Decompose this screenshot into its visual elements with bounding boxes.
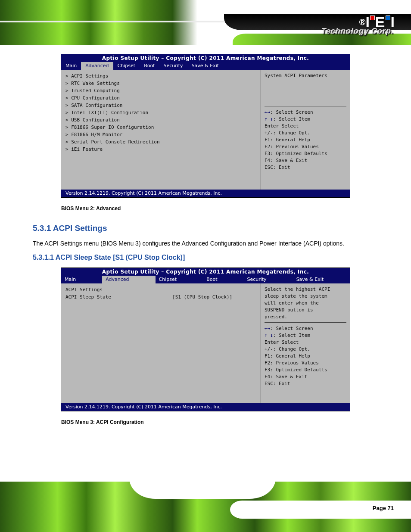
key-hint: : Select Screen bbox=[270, 109, 313, 115]
bios-menu-3: Aptio Setup Utility – Copyright (C) 2011… bbox=[61, 268, 350, 411]
key-hint: : Select Screen bbox=[270, 326, 313, 331]
key-hint: F3: Optimized Defaults bbox=[265, 150, 346, 157]
bios-status-bar: Version 2.14.1219. Copyright (C) 2011 Am… bbox=[61, 403, 350, 411]
subsection-heading: 5.3.1.1 ACPI Sleep State [S1 (CPU Stop C… bbox=[33, 254, 381, 261]
list-item[interactable]: > CPU Configuration bbox=[65, 94, 256, 102]
item-label: > SATA Configuration bbox=[65, 102, 172, 109]
tab-boot[interactable]: Boot bbox=[140, 62, 159, 70]
divider bbox=[265, 322, 346, 323]
key-hint: F4: Save & Exit bbox=[265, 373, 346, 380]
bios-left-panel: ACPI Settings ACPI Sleep State [S1 (CPU … bbox=[61, 283, 261, 403]
tab-security[interactable]: Security bbox=[243, 276, 293, 283]
list-item[interactable]: > RTC Wake Settings bbox=[65, 80, 256, 87]
key-hint: +/-: Change Opt. bbox=[265, 130, 346, 137]
divider bbox=[265, 106, 346, 106]
key-hint: F4: Save & Exit bbox=[265, 157, 346, 164]
registered-mark: ® bbox=[359, 17, 366, 27]
tab-security[interactable]: Security bbox=[159, 62, 187, 70]
bios-right-panel: System ACPI Parameters ←→: Select Screen… bbox=[261, 70, 350, 190]
key-hint: : Select Item bbox=[273, 333, 310, 338]
list-item[interactable]: > Serial Port Console Redirection bbox=[65, 138, 256, 146]
tab-save[interactable]: Save & Exit bbox=[187, 62, 223, 70]
key-hint: Enter Select bbox=[265, 339, 346, 346]
item-label: > RTC Wake Settings bbox=[65, 80, 172, 87]
figure-caption: BIOS Menu 2: Advanced bbox=[61, 205, 381, 212]
bios-tab-row: Main Advanced Chipset Boot Security Save… bbox=[61, 62, 350, 70]
item-label: > ACPI Settings bbox=[65, 72, 172, 80]
key-hint: ESC: Exit bbox=[265, 380, 346, 387]
setting-label: ACPI Sleep State bbox=[65, 293, 172, 301]
bios-body: > ACPI Settings > RTC Wake Settings > Tr… bbox=[61, 70, 350, 190]
page-header: ® I E I Technology Corp. bbox=[0, 0, 411, 45]
section-heading: 5.3.1 ACPI Settings bbox=[33, 224, 381, 233]
bios-status-bar: Version 2.14.1219. Copyright (C) 2011 Am… bbox=[61, 190, 350, 197]
tab-boot[interactable]: Boot bbox=[203, 276, 243, 283]
item-label: > F81866 Super IO Configuration bbox=[65, 124, 172, 131]
list-item: ACPI Settings bbox=[65, 286, 256, 293]
list-item[interactable]: > USB Configuration bbox=[65, 116, 256, 124]
list-item[interactable]: > Trusted Computing bbox=[65, 87, 256, 94]
tab-chipset[interactable]: Chipset bbox=[113, 62, 140, 70]
hint-text: Select the highest ACPI bbox=[265, 286, 346, 293]
list-item[interactable]: > ACPI Settings bbox=[65, 72, 256, 80]
footer-curve bbox=[129, 482, 276, 499]
tab-save[interactable]: Save & Exit bbox=[293, 276, 350, 283]
brand-subtitle: Technology Corp. bbox=[321, 27, 394, 36]
page-body: Aptio Setup Utility – Copyright (C) 2011… bbox=[0, 45, 411, 425]
key-hint: F2: Previous Values bbox=[265, 143, 346, 150]
key-hint: F3: Optimized Defaults bbox=[265, 367, 346, 373]
key-hint: Enter Select bbox=[265, 123, 346, 130]
section-paragraph: The ACPI Settings menu (BIOS Menu 3) con… bbox=[33, 239, 381, 248]
logo-red-dot-icon bbox=[370, 16, 375, 20]
arrow-up-down-icon: ↑ ↓ bbox=[265, 333, 273, 338]
logo-blue-dot-icon bbox=[386, 16, 390, 20]
tab-advanced[interactable]: Advanced bbox=[81, 62, 113, 70]
list-item[interactable]: > F81866 Super IO Configuration bbox=[65, 124, 256, 131]
hint-text: pressed. bbox=[265, 314, 346, 320]
key-hint: F2: Previous Values bbox=[265, 360, 346, 367]
item-label: > Intel TXT(LT) Configuration bbox=[65, 109, 172, 116]
item-label: ACPI Settings bbox=[65, 286, 172, 293]
key-hint: F1: General Help bbox=[265, 353, 346, 360]
page-number: Page 71 bbox=[373, 505, 394, 511]
item-label: > iEi Feature bbox=[65, 146, 172, 153]
bios-title-bar: Aptio Setup Utility – Copyright (C) 2011… bbox=[61, 54, 350, 62]
item-label: > USB Configuration bbox=[65, 116, 172, 124]
tab-advanced[interactable]: Advanced bbox=[102, 276, 155, 283]
page-footer: Page 71 bbox=[0, 482, 411, 532]
item-label: > Trusted Computing bbox=[65, 87, 172, 94]
item-label: > F81866 H/M Monitor bbox=[65, 131, 172, 138]
bios-tab-row: Main Advanced Chipset Boot Security Save… bbox=[61, 276, 350, 283]
tab-main[interactable]: Main bbox=[61, 276, 102, 283]
hint-text: sleep state the system bbox=[265, 293, 346, 300]
bios-title-bar: Aptio Setup Utility – Copyright (C) 2011… bbox=[61, 268, 350, 276]
hint-text: SUSPEND button is bbox=[265, 307, 346, 314]
list-item[interactable]: ACPI Sleep State [S1 (CPU Stop Clock)] bbox=[65, 293, 256, 301]
key-hint: ESC: Exit bbox=[265, 164, 346, 171]
list-item[interactable]: > Intel TXT(LT) Configuration bbox=[65, 109, 256, 116]
key-hint: : Select Item bbox=[273, 116, 310, 122]
arrow-left-right-icon: ←→ bbox=[265, 326, 270, 331]
hint-text: will enter when the bbox=[265, 300, 346, 307]
tab-chipset[interactable]: Chipset bbox=[156, 276, 203, 283]
list-item[interactable]: > F81866 H/M Monitor bbox=[65, 131, 256, 138]
key-hint: F1: General Help bbox=[265, 137, 346, 143]
list-item[interactable]: > iEi Feature bbox=[65, 146, 256, 153]
key-hint: +/-: Change Opt. bbox=[265, 346, 346, 353]
tab-main[interactable]: Main bbox=[61, 62, 81, 70]
bios-right-panel: Select the highest ACPI sleep state the … bbox=[261, 283, 350, 403]
item-label: > CPU Configuration bbox=[65, 94, 172, 102]
figure-caption: BIOS Menu 3: ACPI Configuration bbox=[61, 419, 381, 425]
bios-menu-2: Aptio Setup Utility – Copyright (C) 2011… bbox=[61, 54, 350, 198]
bios-body: ACPI Settings ACPI Sleep State [S1 (CPU … bbox=[61, 283, 350, 403]
item-label: > Serial Port Console Redirection bbox=[65, 138, 172, 146]
setting-value: [S1 (CPU Stop Clock)] bbox=[172, 293, 256, 301]
arrow-up-down-icon: ↑ ↓ bbox=[265, 116, 273, 122]
list-item[interactable]: > SATA Configuration bbox=[65, 102, 256, 109]
bios-left-panel: > ACPI Settings > RTC Wake Settings > Tr… bbox=[61, 70, 261, 190]
hint-text: System ACPI Parameters bbox=[265, 72, 346, 79]
arrow-left-right-icon: ←→ bbox=[265, 109, 270, 115]
